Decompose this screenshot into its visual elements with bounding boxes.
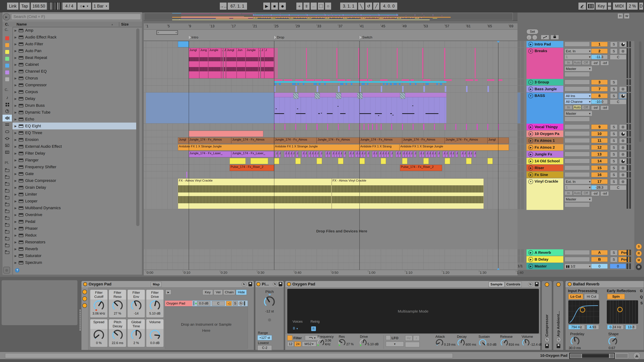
solo-button[interactable]: S xyxy=(610,152,618,157)
browser-item-amp[interactable]: ▶Amp xyxy=(12,27,138,34)
macro-filter-reso[interactable]: FilterReso27 % xyxy=(109,290,126,318)
track-header-bass[interactable]: ▼BASSAll Ins▼All Channe▼InAutoOffMaster▼… xyxy=(518,92,634,123)
color-filter-swatch[interactable] xyxy=(2,69,12,76)
micro-clip[interactable]: Ju xyxy=(461,151,463,157)
adsr-knob-volume[interactable]: Volume-12.4 dB xyxy=(522,335,543,347)
browser-item-resonators[interactable]: ▶Resonators xyxy=(12,239,138,246)
clip-sliver[interactable] xyxy=(349,124,350,130)
micro-clip[interactable]: Ju xyxy=(296,151,298,157)
send-b-field[interactable]: -inf xyxy=(600,191,609,196)
browser-item-corpus[interactable]: ▶Corpus xyxy=(12,88,138,95)
micro-clip[interactable]: Ju xyxy=(442,151,445,157)
lane-14-old-school[interactable] xyxy=(144,158,518,164)
collapsed-device-arp-ambient-[interactable]: Arp Ambient...↻ xyxy=(553,281,564,350)
disclosure-arrow-icon[interactable]: ▶ xyxy=(12,213,19,216)
places-folder[interactable] xyxy=(2,222,12,229)
clip[interactable] xyxy=(423,158,429,164)
clip[interactable] xyxy=(178,41,188,47)
solo-button[interactable]: S xyxy=(610,165,618,171)
clip[interactable]: Jun xyxy=(237,48,246,78)
lane-fx-atmos-2[interactable]: Antidote FX 1 X Strange JungleAntidote F… xyxy=(144,144,518,150)
optimize-height-button[interactable]: H xyxy=(618,13,623,19)
micro-clip[interactable]: Ju xyxy=(434,151,436,157)
macro-filter-cutoff[interactable]: FilterCutoff3.06 kHz xyxy=(90,290,108,318)
name-column-header[interactable]: Name xyxy=(16,22,27,26)
clip-sliver[interactable] xyxy=(466,86,468,92)
midi-map-button[interactable]: MIDI xyxy=(613,2,626,10)
macro-knob[interactable] xyxy=(146,300,164,312)
input-type-menu[interactable]: Ext. In▼ xyxy=(564,48,592,54)
locator-switch[interactable]: Switch xyxy=(360,36,372,39)
macro-view-toggle[interactable] xyxy=(82,290,87,294)
clip-sliver[interactable] xyxy=(368,124,369,130)
macro-knob[interactable] xyxy=(109,300,126,312)
places-folder[interactable] xyxy=(2,188,12,194)
clip-sliver[interactable] xyxy=(444,48,445,78)
clip[interactable] xyxy=(296,158,301,164)
clip-sliver[interactable] xyxy=(296,124,296,130)
loop-start-handle[interactable]: > xyxy=(158,31,159,34)
track-number[interactable]: 10 xyxy=(591,131,608,136)
input-type-menu[interactable]: Ext. In▼ xyxy=(564,179,592,184)
clip-sliver[interactable] xyxy=(338,124,339,130)
browser-item-grain-delay[interactable]: ▶Grain Delay xyxy=(12,184,138,191)
micro-clip[interactable]: Ju xyxy=(360,151,363,157)
browser-item-glue-compressor[interactable]: ▶Glue Compressor xyxy=(12,177,138,184)
quantize-menu[interactable]: 1 Bar▼ xyxy=(92,2,109,10)
color-filter-swatch[interactable] xyxy=(2,76,12,83)
disclosure-arrow-icon[interactable]: ▶ xyxy=(12,49,19,53)
size-column-header[interactable]: Size xyxy=(119,22,129,26)
micro-clip[interactable]: Ju xyxy=(292,151,294,157)
track-name-block[interactable]: ▶Bass Jungle xyxy=(526,86,563,92)
knob[interactable]: 27 % xyxy=(338,339,359,346)
lock-envelopes-button[interactable] xyxy=(550,35,559,40)
micro-clip[interactable]: Ju xyxy=(349,151,351,157)
macro-filter-drive[interactable]: FilterDrive5.10 dB xyxy=(146,290,164,318)
clip-sliver[interactable] xyxy=(306,48,307,78)
micro-clip[interactable]: Ju xyxy=(325,151,328,157)
clip-sliver[interactable] xyxy=(391,124,392,130)
pitch-knob[interactable] xyxy=(264,296,275,308)
clip-sliver[interactable] xyxy=(336,48,337,78)
track-number[interactable]: 3 xyxy=(591,80,608,85)
places-folder[interactable] xyxy=(2,194,12,201)
places-folder[interactable] xyxy=(2,249,12,256)
category-plug-ins[interactable] xyxy=(2,135,12,142)
arrangement-overview[interactable] xyxy=(144,12,518,21)
clip[interactable]: Pulse_174 - Fx_Riser_2 xyxy=(400,165,442,171)
micro-clip[interactable]: Ju xyxy=(456,151,458,157)
lane-riser[interactable]: Pulse_174 - Fx_Riser_2Pulse_174 - Fx_Ris… xyxy=(144,165,518,171)
input-channel-menu[interactable]: All Channe▼ xyxy=(564,99,592,104)
arm-button[interactable] xyxy=(619,179,627,184)
clip[interactable]: J xyxy=(264,48,274,78)
clip[interactable]: Jungle_174 - Fx_Atmos xyxy=(316,138,360,144)
browser-item-chorus[interactable]: ▶Chorus xyxy=(12,75,138,82)
scrub-area[interactable]: ><IntroDropSwitch xyxy=(144,30,518,41)
fold-icon[interactable]: ▶ xyxy=(528,87,533,92)
track-header-jungle-fx[interactable]: ▶Jungle Fx13S xyxy=(518,151,634,158)
spin-rate-field[interactable]: 0.24 Hz xyxy=(607,325,624,330)
input-filter-display[interactable] xyxy=(568,300,599,324)
micro-clip[interactable]: Ju xyxy=(464,151,466,157)
monitor-off[interactable]: Off xyxy=(582,105,590,110)
return-letter[interactable]: A xyxy=(591,250,608,255)
fold-icon[interactable]: ▶ xyxy=(528,138,533,143)
arm-button[interactable] xyxy=(619,158,627,164)
micro-clip[interactable]: Ju xyxy=(340,151,342,157)
disclosure-arrow-icon[interactable]: ▶ xyxy=(12,247,19,251)
toggle-r[interactable]: R xyxy=(636,250,642,256)
chain-list-toggle[interactable] xyxy=(82,296,87,301)
metronome-toggle[interactable]: ○●▼ xyxy=(77,2,91,10)
clip[interactable] xyxy=(338,158,344,164)
macro-volume[interactable]: Volume0.0 dB xyxy=(146,319,164,347)
clip-sliver[interactable] xyxy=(402,86,404,92)
category-sounds[interactable]: ♪ xyxy=(2,94,12,101)
micro-clip[interactable]: Ju xyxy=(302,151,304,157)
color-filter-swatch[interactable] xyxy=(2,55,12,62)
places-folder[interactable] xyxy=(2,208,12,215)
track-name-block[interactable]: ▶14 Old School xyxy=(526,158,563,164)
micro-clip[interactable]: Ju xyxy=(470,151,472,157)
solo-button[interactable]: S xyxy=(610,80,618,85)
track-header-intro-pad[interactable]: ▶Intro Pad1S xyxy=(518,41,634,48)
re-enable-automation-button[interactable]: ○ xyxy=(325,2,331,10)
